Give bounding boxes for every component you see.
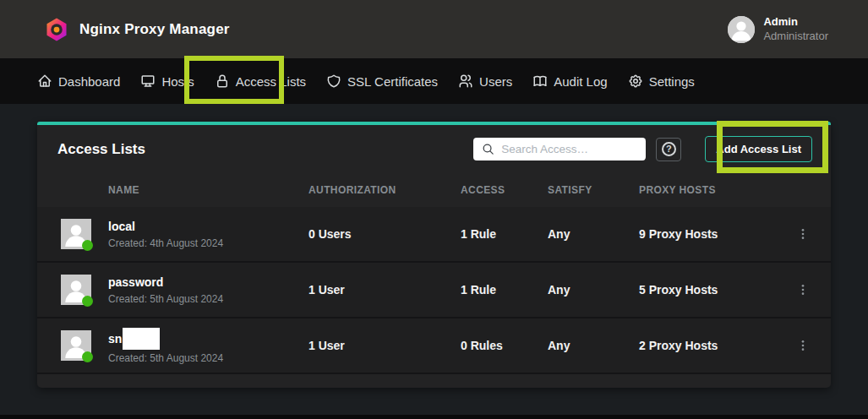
nav-item-ssl-certificates[interactable]: SSL Certificates — [326, 73, 438, 89]
nav-label: Hosts — [161, 74, 194, 89]
shield-icon — [326, 73, 341, 89]
row-avatar-wrap — [61, 330, 91, 361]
name-cell: sn Created: 5th August 2024 — [108, 328, 308, 364]
kebab-menu-icon — [796, 227, 810, 241]
status-online-dot — [82, 351, 93, 362]
table-header: NAME AUTHORIZATION ACCESS SATISFY PROXY … — [37, 173, 831, 207]
lock-icon — [215, 73, 230, 89]
monitor-icon — [140, 73, 156, 89]
access-lists-panel: Access Lists ? Add Access List NAME AUTH… — [37, 122, 831, 388]
kebab-menu-icon — [796, 283, 810, 297]
satisfy-cell: Any — [548, 339, 639, 352]
user-role: Administrator — [763, 30, 828, 43]
nav-label: Users — [479, 74, 512, 89]
access-list-name: sn — [108, 328, 308, 350]
status-online-dot — [82, 296, 93, 307]
header-user-menu[interactable]: Admin Administrator — [728, 15, 828, 43]
nav-item-users[interactable]: Users — [458, 73, 512, 89]
table-row[interactable]: password Created: 5th August 2024 1 User… — [37, 263, 831, 318]
user-meta: Admin Administrator — [763, 15, 828, 43]
nav-item-dashboard[interactable]: Dashboard — [37, 73, 120, 89]
satisfy-cell: Any — [548, 283, 639, 297]
npm-logo-icon — [44, 17, 69, 42]
search-input[interactable] — [501, 143, 637, 155]
app-header: Nginx Proxy Manager Admin Administrator — [0, 0, 868, 58]
name-cell: password Created: 5th August 2024 — [108, 275, 308, 304]
panel-title: Access Lists — [57, 141, 145, 158]
column-header-proxy-hosts: PROXY HOSTS — [639, 184, 781, 196]
proxy-hosts-cell: 5 Proxy Hosts — [639, 283, 781, 297]
access-cell: 1 Rule — [461, 283, 548, 297]
access-list-name: local — [108, 219, 308, 234]
gear-icon — [628, 73, 643, 89]
row-avatar-wrap — [61, 275, 91, 305]
created-date: Created: 4th August 2024 — [108, 237, 308, 249]
authorization-cell: 0 Users — [308, 227, 461, 241]
table-row[interactable]: sn Created: 5th August 2024 1 User 0 Rul… — [37, 318, 831, 374]
column-header-access: ACCESS — [461, 184, 548, 196]
users-icon — [458, 73, 473, 89]
row-menu-button[interactable] — [781, 227, 810, 241]
access-cell: 1 Rule — [461, 227, 548, 241]
nav-label: Audit Log — [554, 74, 607, 89]
app-title: Nginx Proxy Manager — [79, 21, 230, 38]
book-icon — [532, 73, 548, 89]
authorization-cell: 1 User — [308, 339, 461, 352]
help-button[interactable]: ? — [656, 138, 681, 161]
search-icon — [482, 143, 494, 155]
access-list-name-text: sn — [108, 332, 122, 346]
table-row[interactable]: local Created: 4th August 2024 0 Users 1… — [37, 207, 831, 263]
status-online-dot — [82, 240, 93, 251]
column-header-name: NAME — [108, 184, 308, 196]
kebab-menu-icon — [796, 339, 810, 352]
authorization-cell: 1 User — [308, 283, 461, 297]
created-date: Created: 5th August 2024 — [108, 293, 308, 305]
search-box[interactable] — [473, 138, 646, 161]
bottom-edge-strip — [0, 415, 868, 419]
proxy-hosts-cell: 2 Proxy Hosts — [639, 339, 781, 352]
user-avatar — [728, 16, 755, 43]
access-cell: 0 Rules — [461, 339, 548, 352]
nav-item-settings[interactable]: Settings — [628, 73, 695, 89]
main-nav: Dashboard Hosts Access Lists SSL Certifi… — [0, 58, 868, 104]
proxy-hosts-cell: 9 Proxy Hosts — [639, 227, 781, 241]
help-icon: ? — [662, 142, 676, 156]
row-menu-button[interactable] — [781, 283, 810, 297]
nav-label: SSL Certificates — [347, 74, 438, 89]
access-list-name: password — [108, 275, 308, 290]
row-avatar-wrap — [61, 219, 91, 249]
redaction-box — [123, 328, 160, 350]
nav-item-hosts[interactable]: Hosts — [140, 73, 194, 89]
nav-item-access-lists[interactable]: Access Lists — [215, 73, 306, 89]
user-name: Admin — [763, 15, 828, 29]
satisfy-cell: Any — [548, 227, 639, 241]
nav-item-audit-log[interactable]: Audit Log — [532, 73, 607, 89]
add-access-list-button[interactable]: Add Access List — [705, 136, 812, 162]
name-cell: local Created: 4th August 2024 — [108, 219, 308, 248]
nav-label: Settings — [649, 74, 695, 89]
column-header-satisfy: SATISFY — [548, 184, 639, 196]
app-logo-wrap: Nginx Proxy Manager — [44, 17, 230, 42]
panel-header: Access Lists ? Add Access List — [37, 125, 831, 173]
created-date: Created: 5th August 2024 — [108, 352, 308, 364]
nav-label: Dashboard — [58, 74, 120, 89]
home-icon — [37, 73, 52, 89]
column-header-authorization: AUTHORIZATION — [308, 184, 461, 196]
row-menu-button[interactable] — [781, 339, 810, 352]
nav-label: Access Lists — [236, 74, 306, 89]
